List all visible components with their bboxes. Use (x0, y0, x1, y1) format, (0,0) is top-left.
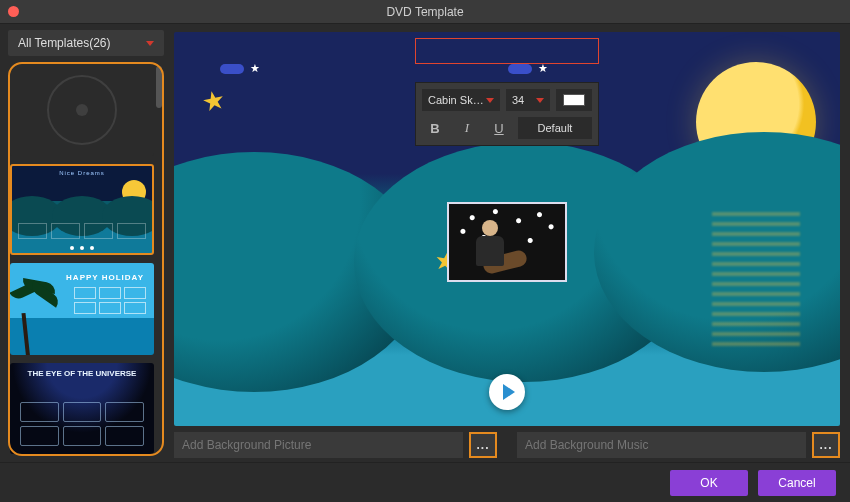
underline-button[interactable]: U (486, 117, 512, 139)
cancel-button[interactable]: Cancel (758, 470, 836, 496)
bg-music-input[interactable] (517, 432, 806, 458)
thumb-label: Nice Dreams (12, 170, 152, 176)
template-thumb-holiday[interactable]: HAPPY HOLIDAY (10, 263, 154, 355)
chevron-down-icon (486, 98, 494, 103)
bg-music-browse-button[interactable]: ... (812, 432, 840, 458)
template-list: Nice Dreams HAPPY HOLIDAY THE EYE OF THE… (8, 62, 164, 456)
bg-picture-browse-button[interactable]: ... (469, 432, 497, 458)
nav-chip[interactable]: ★ (220, 62, 260, 75)
disc-icon (47, 75, 117, 145)
font-family-label: Cabin Sk… (428, 94, 484, 106)
font-color-button[interactable] (556, 89, 592, 111)
color-swatch-icon (563, 94, 585, 106)
dropdown-label: All Templates(26) (18, 36, 110, 50)
ok-button[interactable]: OK (670, 470, 748, 496)
font-family-select[interactable]: Cabin Sk… (422, 89, 500, 111)
main: All Templates(26) Nice Dreams HAPPY HOLI… (0, 24, 850, 462)
template-thumb-dreams[interactable]: Nice Dreams (10, 164, 154, 256)
bg-picture-input[interactable] (174, 432, 463, 458)
play-button[interactable] (489, 374, 525, 410)
template-thumb-disc[interactable] (10, 64, 154, 156)
default-button[interactable]: Default (518, 117, 592, 139)
italic-button[interactable]: I (454, 117, 480, 139)
text-toolbar: Cabin Sk… 34 B I U Default (415, 82, 599, 146)
thumb-label: THE EYE OF THE UNIVERSE (10, 369, 154, 378)
font-size-label: 34 (512, 94, 524, 106)
star-icon: ★ (250, 62, 260, 75)
chevron-down-icon (536, 98, 544, 103)
template-thumb-universe[interactable]: THE EYE OF THE UNIVERSE (10, 363, 154, 454)
sidebar: All Templates(26) Nice Dreams HAPPY HOLI… (0, 24, 168, 462)
thumb-label: HAPPY HOLIDAY (66, 273, 144, 282)
window-title: DVD Template (0, 5, 850, 19)
video-thumbnail[interactable] (447, 202, 567, 282)
chevron-down-icon (146, 41, 154, 46)
template-canvas: ★ ★ ★ ★ Cabin Sk… 34 (174, 32, 840, 426)
background-inputs: ... ... (174, 432, 840, 458)
footer: OK Cancel (0, 462, 850, 502)
preview-pane: ★ ★ ★ ★ Cabin Sk… 34 (168, 24, 850, 462)
template-filter-dropdown[interactable]: All Templates(26) (8, 30, 164, 56)
star-icon: ★ (199, 84, 228, 119)
bold-button[interactable]: B (422, 117, 448, 139)
title-text-field[interactable] (415, 38, 599, 64)
titlebar: DVD Template (0, 0, 850, 24)
font-size-select[interactable]: 34 (506, 89, 550, 111)
